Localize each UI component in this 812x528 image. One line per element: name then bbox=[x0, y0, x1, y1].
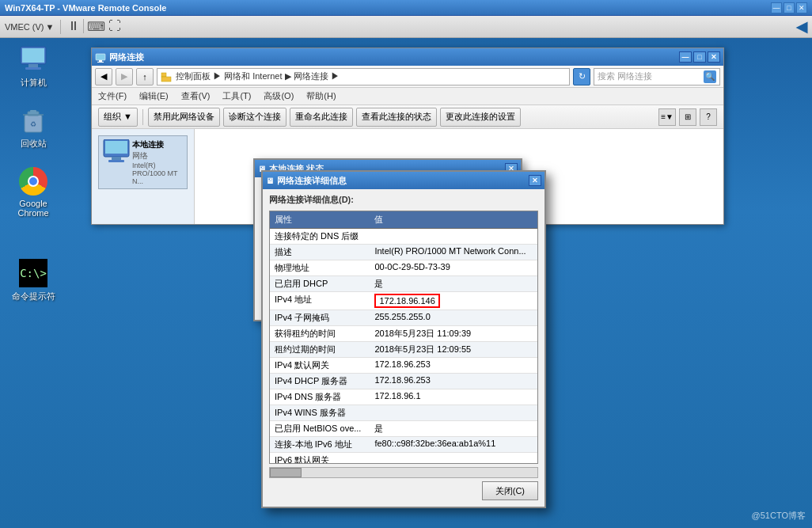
vmware-toolbar: VMEC (V) ▼ ⏸ ⌨ ⛶ ◀ bbox=[0, 16, 812, 38]
adapter-network: 网络 bbox=[132, 150, 184, 161]
h-scrollbar[interactable] bbox=[269, 467, 538, 478]
vmware-titlebar-controls: — □ ✕ bbox=[771, 2, 807, 13]
svg-rect-1 bbox=[22, 48, 44, 63]
addr-search-icon[interactable]: 🔍 bbox=[704, 70, 716, 83]
value-cell: fe80::c98f:32be:36ea:ab1a%11 bbox=[370, 437, 537, 453]
net-conn-minimize[interactable]: — bbox=[679, 51, 692, 63]
svg-rect-16 bbox=[112, 157, 121, 160]
value-cell bbox=[370, 405, 537, 421]
chrome-icon[interactable]: GoogleChrome bbox=[8, 165, 59, 218]
addr-refresh-btn[interactable]: ↻ bbox=[573, 68, 590, 85]
addr-back-btn[interactable]: ◀ bbox=[95, 68, 112, 85]
property-cell: 租约过期的时间 bbox=[270, 342, 370, 358]
net-details-titlebar: 🖥 网络连接详细信息 ✕ bbox=[263, 172, 544, 189]
property-cell: 连接特定的 DNS 后缀 bbox=[270, 229, 370, 245]
toolbar-diagnose[interactable]: 诊断这个连接 bbox=[223, 108, 286, 127]
value-cell: 00-0C-29-5D-73-39 bbox=[370, 260, 537, 276]
menu-view[interactable]: 查看(V) bbox=[181, 90, 211, 102]
toolbar-view-list[interactable]: ≡▼ bbox=[658, 108, 676, 126]
toolbar-sep-2 bbox=[83, 19, 84, 33]
property-cell: IPv4 默认网关 bbox=[270, 358, 370, 374]
menu-advanced[interactable]: 高级(O) bbox=[264, 90, 294, 102]
toolbar-rename[interactable]: 重命名此连接 bbox=[290, 108, 353, 127]
toolbar-sep-1 bbox=[60, 20, 61, 34]
adapter-item[interactable]: 本地连接 网络 Intel(R) PRO/1000 MT N... bbox=[98, 135, 188, 189]
net-conn-addressbar: ◀ ▶ ↑ 控制面板 ▶ 网络和 Internet ▶ 网络连接 ▶ ↻ 搜索 … bbox=[92, 66, 723, 88]
net-conn-close[interactable]: ✕ bbox=[708, 51, 720, 63]
collapse-arrow-icon[interactable]: ◀ bbox=[796, 18, 807, 36]
addr-path-text: 控制面板 ▶ 网络和 Internet ▶ 网络连接 ▶ bbox=[161, 70, 340, 82]
svg-rect-15 bbox=[105, 141, 127, 154]
property-cell: 已启用 NetBIOS ove... bbox=[270, 421, 370, 437]
arrow-right: ◀ bbox=[796, 18, 807, 36]
cmd-icon-img: C:\> bbox=[17, 257, 49, 289]
vmec-label: VMEC (V) bbox=[5, 22, 44, 32]
net-details-close-area: 关闭(C) bbox=[263, 478, 544, 507]
property-cell: 描述 bbox=[270, 245, 370, 260]
desktop-icons: 计算机 ♻ 回收站 GoogleChrome bbox=[8, 44, 59, 302]
col-value: 值 bbox=[370, 211, 537, 229]
pause-btn[interactable]: ⏸ bbox=[67, 19, 80, 34]
net-details-dialog: 🖥 网络连接详细信息 ✕ 网络连接详细信息(D): 属性 值 连接特定的 DNS… bbox=[261, 170, 546, 508]
menu-tools[interactable]: 工具(T) bbox=[222, 90, 251, 102]
svg-rect-13 bbox=[161, 77, 171, 82]
net-conn-toolbar: 组织 ▼ 禁用此网络设备 诊断这个连接 重命名此连接 查看此连接的状态 更改此连… bbox=[92, 105, 723, 129]
value-cell: 是 bbox=[370, 421, 537, 437]
value-cell: Intel(R) PRO/1000 MT Network Conn... bbox=[370, 245, 537, 260]
net-details-close-btn[interactable]: ✕ bbox=[529, 175, 541, 186]
value-cell: 172.18.96.253 bbox=[370, 374, 537, 389]
net-details-title: 网络连接详细信息 bbox=[277, 175, 347, 187]
computer-icon[interactable]: 计算机 bbox=[8, 44, 59, 89]
recycle-icon-img: ♻ bbox=[17, 104, 49, 136]
addr-search-text: 搜索 网络连接 bbox=[598, 70, 700, 82]
vmware-title: Win7X64-TP - VMware Remote Console bbox=[5, 3, 166, 13]
addr-search-box[interactable]: 搜索 网络连接 🔍 bbox=[594, 68, 720, 85]
addr-forward-btn[interactable]: ▶ bbox=[116, 68, 133, 85]
value-cell: 172.18.96.253 bbox=[370, 358, 537, 374]
vmware-minimize-btn[interactable]: — bbox=[771, 2, 782, 13]
net-conn-restore[interactable]: □ bbox=[693, 51, 706, 63]
svg-rect-10 bbox=[99, 60, 102, 62]
menu-file[interactable]: 文件(F) bbox=[98, 90, 127, 102]
net-details-close-button[interactable]: 关闭(C) bbox=[482, 481, 538, 500]
value-cell bbox=[370, 229, 537, 245]
vmware-restore-btn[interactable]: □ bbox=[784, 2, 795, 13]
property-cell: IPv6 默认网关 bbox=[270, 453, 370, 465]
value-cell: 172.18.96.146 bbox=[370, 292, 537, 310]
toolbar-organize[interactable]: 组织 ▼ bbox=[98, 108, 138, 127]
net-conn-titlebar: 网络连接 — □ ✕ bbox=[92, 48, 723, 66]
property-cell: IPv4 WINS 服务器 bbox=[270, 405, 370, 421]
toolbar-right: ≡▼ ⊞ ? bbox=[658, 108, 717, 126]
keyboard-btn[interactable]: ⌨ bbox=[87, 19, 105, 34]
toolbar-view-grid[interactable]: ⊞ bbox=[679, 108, 696, 126]
svg-rect-17 bbox=[108, 160, 124, 162]
menu-edit[interactable]: 编辑(E) bbox=[139, 90, 169, 102]
toolbar-arrows: ⏸ ⌨ ⛶ bbox=[67, 19, 121, 34]
net-conn-icon bbox=[95, 51, 106, 63]
net-conn-adapter-area: 本地连接 网络 Intel(R) PRO/1000 MT N... bbox=[92, 129, 195, 224]
addr-up-btn[interactable]: ↑ bbox=[136, 68, 154, 85]
value-cell: 172.18.96.1 bbox=[370, 389, 537, 405]
h-scrollbar-thumb bbox=[270, 468, 302, 477]
menu-help[interactable]: 帮助(H) bbox=[306, 90, 336, 102]
vmec-menu[interactable]: VMEC (V) ▼ bbox=[5, 22, 54, 32]
value-cell bbox=[370, 453, 537, 465]
vmware-close-btn[interactable]: ✕ bbox=[796, 2, 807, 13]
svg-rect-12 bbox=[161, 73, 166, 77]
fullscreen-btn[interactable]: ⛶ bbox=[108, 19, 121, 34]
toolbar-view-status[interactable]: 查看此连接的状态 bbox=[356, 108, 437, 127]
property-cell: 已启用 DHCP bbox=[270, 276, 370, 292]
adapter-name: 本地连接 bbox=[132, 139, 184, 150]
cmd-icon[interactable]: C:\> 命令提示符 bbox=[8, 257, 59, 302]
toolbar-sep bbox=[142, 109, 143, 125]
addr-path[interactable]: 控制面板 ▶ 网络和 Internet ▶ 网络连接 ▶ bbox=[157, 68, 570, 85]
ip-address-highlight: 172.18.96.146 bbox=[374, 294, 439, 308]
vmec-dropdown-icon: ▼ bbox=[46, 22, 55, 32]
toolbar-change-settings[interactable]: 更改此连接的设置 bbox=[440, 108, 521, 127]
toolbar-disable[interactable]: 禁用此网络设备 bbox=[148, 108, 220, 127]
net-details-icon: 🖥 bbox=[266, 177, 274, 185]
toolbar-help[interactable]: ? bbox=[700, 108, 717, 126]
net-details-table-container: 属性 值 连接特定的 DNS 后缀描述Intel(R) PRO/1000 MT … bbox=[269, 211, 538, 464]
recycle-icon[interactable]: ♻ 回收站 bbox=[8, 104, 59, 150]
adapter-model: Intel(R) PRO/1000 MT N... bbox=[132, 161, 184, 185]
